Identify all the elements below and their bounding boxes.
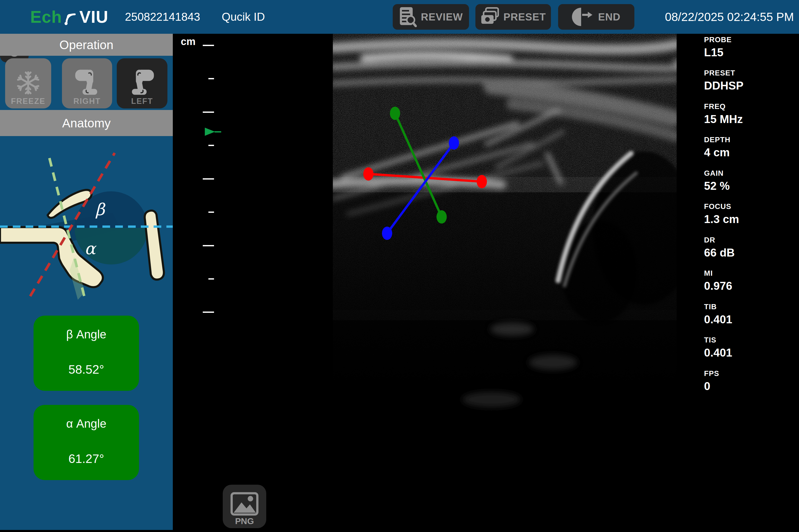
parameter-label: MI [704, 269, 796, 278]
parameter-label: FOCUS [704, 203, 796, 211]
parameter-row: DR66 dB [704, 236, 796, 259]
preset-button-label: PRESET [503, 11, 546, 23]
parameter-value: 0.401 [704, 313, 796, 326]
left-leg-icon [128, 68, 156, 96]
ruler-tick-long [203, 245, 214, 246]
parameter-label: TIS [704, 336, 796, 344]
parameter-row: FOCUS1.3 cm [704, 203, 796, 226]
hip-anatomy-diagram: β α [0, 137, 173, 301]
parameter-label: PROBE [704, 36, 796, 44]
measurement-endpoint[interactable] [390, 107, 400, 120]
parameter-label: DR [704, 236, 796, 244]
freeze-button[interactable]: FREEZE [5, 58, 51, 109]
save-png-button[interactable]: PNG [223, 485, 266, 528]
beta-label: β [95, 200, 106, 219]
datetime-display: 08/22/2025 02:24:55 PM [665, 0, 794, 34]
measurement-endpoint[interactable] [363, 167, 374, 180]
parameter-label: TIB [704, 303, 796, 311]
ruler-tick-long [203, 178, 214, 179]
end-exit-icon [572, 7, 594, 27]
preset-stack-icon [480, 7, 499, 27]
ruler-tick-short [208, 145, 214, 146]
ruler-unit-label: cm [181, 36, 196, 47]
patient-id: 250822141843 [125, 0, 200, 34]
alpha-angle-label: α Angle [66, 417, 106, 431]
parameter-value: 66 dB [704, 246, 796, 259]
app-logo: EchVIU [30, 0, 108, 34]
beta-angle-result[interactable]: β Angle 58.52° [34, 316, 139, 391]
alpha-angle-value: 61.27° [68, 452, 104, 466]
parameter-row: FREQ15 MHz [704, 102, 796, 126]
logo-text-ech: Ech [30, 7, 62, 26]
patient-quick-id[interactable]: Qucik ID [222, 0, 265, 34]
measurement-endpoint[interactable] [382, 227, 392, 240]
end-exam-button[interactable]: END [558, 4, 634, 30]
right-button-label: RIGHT [73, 97, 101, 106]
logo-text-viu: VIU [79, 7, 108, 26]
parameter-value: 0.401 [704, 346, 796, 359]
parameter-value: 52 % [704, 179, 796, 193]
parameter-row: DEPTH4 cm [704, 136, 796, 159]
parameter-label: GAIN [704, 169, 796, 177]
parameter-label: FREQ [704, 102, 796, 111]
beta-angle-label: β Angle [66, 327, 107, 341]
parameter-row: GAIN52 % [704, 169, 796, 192]
end-button-label: END [598, 11, 620, 23]
parameter-row: TIS0.401 [704, 336, 796, 359]
measurement-endpoint[interactable] [477, 175, 487, 188]
review-document-icon [399, 7, 417, 27]
wifi-signal-icon [63, 10, 79, 26]
parameter-label: PRESET [704, 69, 796, 77]
preset-button[interactable]: PRESET [475, 4, 551, 30]
parameter-value: 0.976 [704, 280, 796, 292]
parameter-row: PROBEL15 [704, 36, 796, 59]
anatomy-section-header: Anatomy [0, 110, 173, 136]
ruler-tick-long [203, 45, 214, 46]
ruler-tick-short [208, 78, 214, 79]
operation-section-header: Operation [0, 34, 173, 56]
ruler-tick-short [208, 211, 214, 213]
ruler-tick-long [203, 112, 214, 113]
measurement-endpoint[interactable] [436, 210, 447, 224]
ruler-tick-long [203, 311, 214, 313]
left-button-label: LEFT [131, 97, 153, 106]
parameter-value: L15 [704, 46, 796, 59]
focus-marker-icon[interactable] [205, 128, 223, 136]
parameter-value: 15 MHz [704, 113, 796, 126]
parameter-label: FPS [704, 369, 796, 378]
parameter-value: 4 cm [704, 146, 796, 159]
snowflake-icon [15, 70, 41, 96]
right-leg-icon [73, 68, 101, 96]
review-button-label: REVIEW [421, 11, 463, 23]
right-side-button[interactable]: RIGHT [62, 58, 112, 109]
parameter-row: MI0.976 [704, 269, 796, 292]
beta-angle-value: 58.52° [68, 362, 104, 377]
parameter-value: 0 [704, 380, 796, 393]
left-side-button[interactable]: LEFT [117, 58, 167, 109]
review-button[interactable]: REVIEW [393, 4, 469, 30]
measurement-overlay [333, 34, 681, 532]
ruler-tick-short [208, 278, 214, 280]
top-bar: EchVIU 250822141843 Qucik ID REVIEW PRES… [0, 0, 799, 34]
measurement-line-blue[interactable] [382, 136, 459, 240]
alpha-label: α [85, 239, 97, 258]
parameter-row: TIB0.401 [704, 303, 796, 326]
parameter-value: 1.3 cm [704, 213, 796, 226]
freeze-button-label: FREEZE [11, 97, 45, 106]
parameter-row: FPS0 [704, 369, 796, 393]
measurement-endpoint[interactable] [449, 136, 459, 150]
parameter-row: PRESETDDHSP [704, 69, 796, 92]
alpha-angle-result[interactable]: α Angle 61.27° [34, 405, 139, 480]
picture-icon [230, 492, 259, 516]
png-button-label: PNG [235, 516, 254, 526]
sidebar: Operation FREEZE RIGHT LEFT Anatomy β α … [0, 34, 173, 530]
info-panel: PROBEL15PRESETDDHSPFREQ15 MHzDEPTH4 cmGA… [704, 36, 796, 403]
parameter-label: DEPTH [704, 136, 796, 144]
parameter-value: DDHSP [704, 79, 796, 92]
